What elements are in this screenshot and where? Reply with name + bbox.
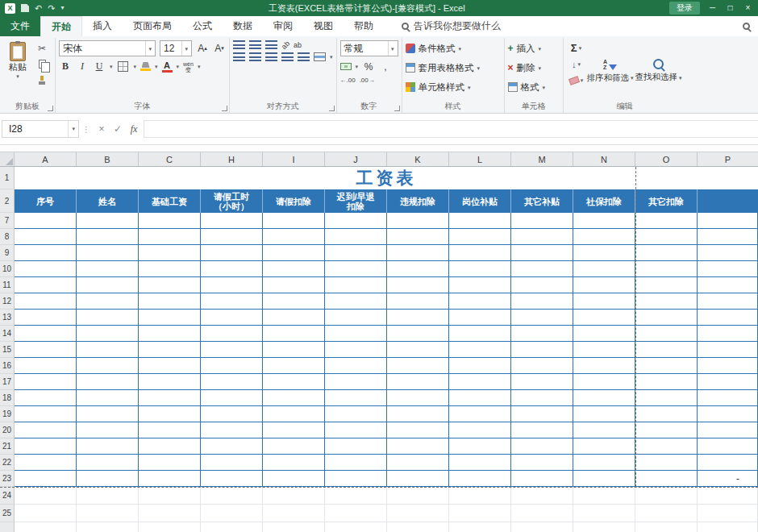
cell-H22[interactable] (201, 455, 263, 471)
cell-P10[interactable] (698, 261, 758, 277)
cell-O16[interactable] (635, 358, 698, 374)
maximize-icon[interactable]: □ (725, 4, 735, 12)
row-header-15[interactable]: 15 (0, 342, 15, 358)
cell-L14[interactable] (449, 326, 511, 342)
close-icon[interactable]: × (743, 4, 753, 12)
row-header-18[interactable]: 18 (0, 390, 15, 406)
cell-H13[interactable] (201, 310, 263, 326)
font-color-icon[interactable]: A (162, 61, 173, 73)
cell-M9[interactable] (511, 245, 573, 261)
fill-color-dropdown-icon[interactable]: ▾ (155, 64, 158, 69)
top-align-icon[interactable] (233, 40, 245, 49)
cell-H-partial[interactable] (201, 522, 263, 532)
wrap-text-icon[interactable]: ab (294, 41, 302, 49)
cell-L10[interactable] (449, 261, 511, 277)
name-box-dropdown-icon[interactable]: ▾ (68, 121, 78, 137)
column-header-B[interactable]: B (77, 152, 139, 166)
cell-A20[interactable] (15, 422, 77, 438)
cell-C13[interactable] (139, 310, 201, 326)
cell-M24[interactable] (511, 487, 573, 505)
cell-K19[interactable] (387, 406, 449, 422)
cell-C-partial[interactable] (139, 522, 201, 532)
fill-icon[interactable]: ↓▾ (568, 58, 585, 70)
cell-L23[interactable] (449, 471, 511, 487)
conditional-formatting-button[interactable]: 条件格式 ▾ (406, 40, 501, 56)
cell-M23[interactable] (511, 471, 573, 487)
cell-N15[interactable] (573, 342, 635, 358)
cell-L-partial[interactable] (449, 522, 511, 532)
cell-J18[interactable] (325, 390, 387, 406)
cell-C20[interactable] (139, 422, 201, 438)
cell-I25[interactable] (263, 505, 325, 522)
cell-M18[interactable] (511, 390, 573, 406)
cell-I14[interactable] (263, 326, 325, 342)
cell-J21[interactable] (325, 438, 387, 455)
cell-J15[interactable] (325, 342, 387, 358)
enter-icon[interactable]: ✓ (110, 123, 126, 135)
cell-H20[interactable] (201, 422, 263, 438)
cell-H23[interactable] (201, 471, 263, 487)
cell-H8[interactable] (201, 229, 263, 245)
font-size-select[interactable]: 12 ▾ (160, 40, 192, 56)
cell-H10[interactable] (201, 261, 263, 277)
cell-L7[interactable] (449, 213, 511, 229)
column-header-J[interactable]: J (325, 152, 387, 166)
cell-B14[interactable] (77, 326, 139, 342)
formula-bar-handle[interactable]: ⋮ (79, 125, 94, 134)
cell-P18[interactable] (698, 390, 758, 406)
cell-H25[interactable] (201, 505, 263, 522)
cell-J23[interactable] (325, 471, 387, 487)
row-header-17[interactable]: 17 (0, 374, 15, 390)
cell-C21[interactable] (139, 438, 201, 455)
cell-O17[interactable] (635, 374, 698, 390)
cell-B-partial[interactable] (77, 522, 139, 532)
cell-J11[interactable] (325, 277, 387, 293)
excel-logo-icon[interactable]: X (5, 3, 15, 14)
paste-button[interactable]: 粘贴 ▾ (3, 40, 32, 102)
cell-L18[interactable] (449, 390, 511, 406)
cell-N-partial[interactable] (573, 522, 635, 532)
cell-M22[interactable] (511, 455, 573, 471)
cell-H18[interactable] (201, 390, 263, 406)
table-header-C[interactable]: 基础工资 (139, 189, 201, 213)
cell-K-partial[interactable] (387, 522, 449, 532)
cell-N10[interactable] (573, 261, 635, 277)
cell-P7[interactable] (698, 213, 758, 229)
cell-P-partial[interactable] (698, 522, 758, 532)
cell-B11[interactable] (77, 277, 139, 293)
tab-help[interactable]: 帮助 (344, 16, 384, 36)
cell-I17[interactable] (263, 374, 325, 390)
cell-H21[interactable] (201, 438, 263, 455)
cell-M11[interactable] (511, 277, 573, 293)
name-box[interactable]: I28 ▾ (2, 120, 79, 138)
cell-A12[interactable] (15, 293, 77, 310)
cell-B13[interactable] (77, 310, 139, 326)
cell-C12[interactable] (139, 293, 201, 310)
cell-P11[interactable] (698, 277, 758, 293)
cell-B7[interactable] (77, 213, 139, 229)
cell-O7[interactable] (635, 213, 698, 229)
table-header-H[interactable]: 请假工时 （小时） (201, 189, 263, 213)
cell-P21[interactable] (698, 438, 758, 455)
phonetic-guide-icon[interactable]: wén变 (183, 61, 194, 73)
cell-K24[interactable] (387, 487, 449, 505)
cell-N17[interactable] (573, 374, 635, 390)
cell-K13[interactable] (387, 310, 449, 326)
cell-J8[interactable] (325, 229, 387, 245)
cell-M7[interactable] (511, 213, 573, 229)
format-cells-button[interactable]: 格式 ▾ (508, 79, 560, 95)
cell-B10[interactable] (77, 261, 139, 277)
cell-L16[interactable] (449, 358, 511, 374)
table-header-L[interactable]: 岗位补贴 (449, 189, 511, 213)
cell-H19[interactable] (201, 406, 263, 422)
cell-A23[interactable] (15, 471, 77, 487)
sort-filter-button[interactable]: AZ 排序和筛选▾ (586, 40, 635, 102)
column-header-I[interactable]: I (263, 152, 325, 166)
cell-N24[interactable] (573, 487, 635, 505)
cell-B16[interactable] (77, 358, 139, 374)
cell-H11[interactable] (201, 277, 263, 293)
cell-H14[interactable] (201, 326, 263, 342)
cell-B18[interactable] (77, 390, 139, 406)
cell-J7[interactable] (325, 213, 387, 229)
copy-icon[interactable] (34, 58, 50, 70)
